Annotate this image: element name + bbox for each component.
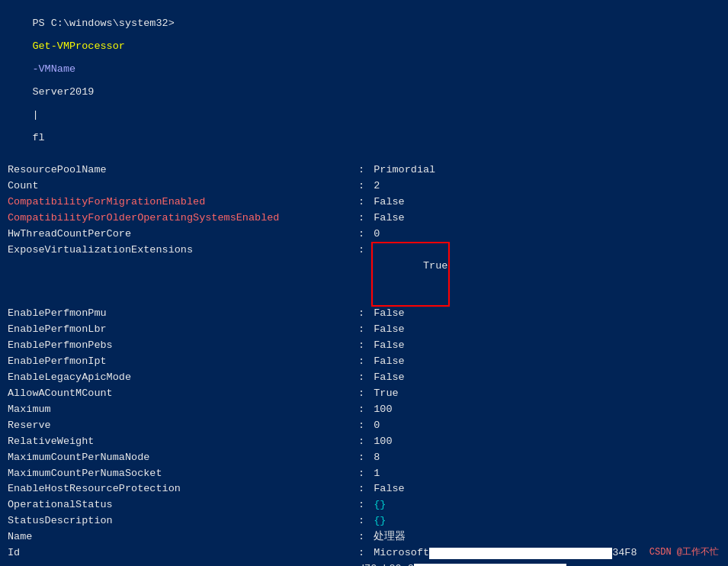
properties-list: ResourcePoolName : Primordial Count : 2 … [8, 162, 720, 566]
prop-value: True [423, 260, 447, 272]
red-box-border [371, 242, 450, 307]
prop-name: ResourcePoolName [8, 162, 358, 178]
prompt: PS C:\windows\system32> [32, 18, 174, 29]
prop-value: Primordial [374, 162, 435, 178]
list-item: ResourcePoolName : Primordial [8, 162, 720, 178]
prop-value: False [374, 322, 405, 338]
cmd2: fl [32, 132, 44, 143]
list-item: OperationalStatus : {} [8, 497, 720, 513]
prop-name: EnablePerfmonPebs [8, 338, 358, 354]
prop-value: True [374, 386, 398, 402]
list-item: CompatibilityForOlderOperatingSystemsEna… [8, 211, 720, 227]
terminal-window: PS C:\windows\system32> Get-VMProcessor … [0, 0, 728, 566]
prop-value: Microsoft [374, 545, 429, 561]
list-item: Maximum : 100 [8, 402, 720, 418]
list-item: EnablePerfmonIpt : False [8, 354, 720, 370]
prop-name: OperationalStatus [8, 497, 358, 513]
prop-value: False [374, 306, 405, 322]
prop-value: 100 [374, 434, 392, 450]
list-item: AllowACountMCount : True [8, 386, 720, 402]
prop-value: 处理器 [374, 529, 406, 545]
list-item: EnableLegacyApicMode : False [8, 370, 720, 386]
prop-name: EnablePerfmonPmu [8, 306, 358, 322]
prop-name: EnablePerfmonIpt [8, 354, 358, 370]
prop-name: CompatibilityForOlderOperatingSystemsEna… [8, 211, 358, 227]
prop-name: CompatibilityForMigrationEnabled [8, 195, 358, 211]
param-value: Server2019 [32, 86, 94, 98]
prop-value: 2 [374, 178, 380, 195]
prop-value: 1 [374, 466, 380, 482]
list-item: Count : 2 [8, 178, 720, 195]
prop-name: RelativeWeight [8, 434, 358, 450]
prop-value: {} [374, 513, 386, 529]
prop-value: 8 [374, 450, 380, 466]
prop-name: EnableLegacyApicMode [8, 370, 358, 386]
prop-value: False [374, 481, 405, 497]
prop-value: False [374, 354, 405, 370]
prop-name: AllowACountMCount [8, 386, 358, 402]
prop-name: Count [8, 178, 358, 195]
list-item: HwThreadCountPerCore : 0 [8, 227, 720, 243]
pipe-char: | [32, 109, 38, 121]
prop-name: Maximum [8, 402, 358, 418]
prop-name: ExposeVirtualizationExtensions [8, 243, 358, 307]
list-item: Name : 处理器 [8, 529, 720, 545]
param1: -VMName [32, 63, 75, 75]
list-item: MaximumCountPerNumaSocket : 1 [8, 466, 720, 482]
censored-block [429, 548, 612, 559]
highlight-box: True [374, 243, 447, 307]
prop-name: Reserve [8, 418, 358, 434]
prop-name: MaximumCountPerNumaSocket [8, 466, 358, 482]
prop-value: False [374, 211, 405, 227]
prop-value: {} [374, 497, 386, 513]
list-item: EnableHostResourceProtection : False [8, 481, 720, 497]
watermark: CSDN @工作不忙 [649, 545, 719, 558]
command-name: Get-VMProcessor [32, 40, 125, 52]
list-item: EnablePerfmonLbr : False [8, 322, 720, 338]
prop-name: StatusDescription [8, 513, 358, 529]
prop-value: 0 [374, 418, 380, 434]
list-item: EnablePerfmonPmu : False [8, 306, 720, 322]
prop-value: 0 [374, 227, 380, 243]
prop-name: Id [8, 545, 358, 561]
command-line: PS C:\windows\system32> Get-VMProcessor … [8, 6, 720, 155]
prop-name: EnableHostResourceProtection [8, 481, 358, 497]
prop-name: MaximumCountPerNumaNode [8, 450, 358, 466]
prop-value-suffix: 34F8 [612, 545, 637, 561]
prop-value: 100 [374, 402, 392, 418]
prop-value: False [374, 195, 405, 211]
prop-value: False [374, 338, 405, 354]
prop-name: HwThreadCountPerCore [8, 227, 358, 243]
prop-name: Name [8, 529, 358, 545]
list-item: RelativeWeight : 100 [8, 434, 720, 450]
list-item: MaximumCountPerNumaNode : 8 [8, 450, 720, 466]
list-item: Reserve : 0 [8, 418, 720, 434]
list-item: CompatibilityForMigrationEnabled : False [8, 195, 720, 211]
prop-value-line2: d70cb80a2 [358, 561, 414, 566]
prop-name: EnablePerfmonLbr [8, 322, 358, 338]
list-item: EnablePerfmonPebs : False [8, 338, 720, 354]
prop-value: False [374, 370, 405, 386]
list-item: Id : Microsoft 34F8 d70cb80a2 [8, 545, 720, 566]
list-item: StatusDescription : {} [8, 513, 720, 529]
list-item: ExposeVirtualizationExtensions : True [8, 243, 720, 307]
